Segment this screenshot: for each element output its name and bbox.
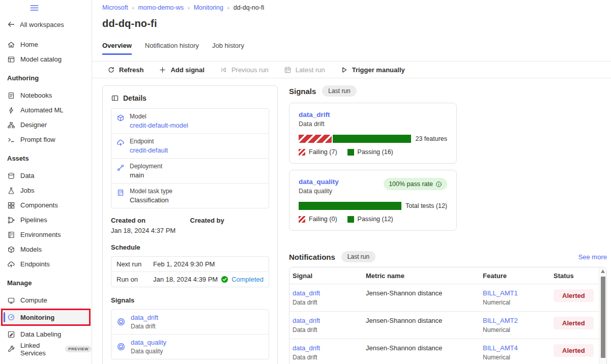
- sidebar-item-environments[interactable]: Environments: [0, 227, 92, 242]
- tab-job-history[interactable]: Job history: [212, 42, 244, 55]
- sidebar-item-prompt-flow[interactable]: Prompt flow: [0, 132, 92, 147]
- failing-swatch: [299, 149, 305, 156]
- scrollbar-thumb[interactable]: [601, 277, 605, 358]
- details-title: Details: [123, 94, 147, 102]
- components-icon: [7, 201, 15, 209]
- content-area: Details Model credit-default-model Endpo…: [92, 78, 611, 364]
- add-signal-label: Add signal: [170, 66, 204, 74]
- see-more-link[interactable]: See more: [578, 253, 607, 261]
- tab-notification-history[interactable]: Notification history: [145, 42, 199, 55]
- sidebar-item-label: Notebooks: [20, 92, 52, 99]
- latest-run-label: Latest run: [296, 66, 325, 74]
- row-metric: Jensen-Shannon distance: [366, 289, 483, 306]
- created-on-value: Jan 18, 2024 4:37 PM: [111, 227, 190, 234]
- table-scrollbar[interactable]: [599, 267, 606, 364]
- row-signal-link[interactable]: data_drift: [293, 289, 362, 297]
- refresh-icon: [107, 66, 115, 74]
- quality-stacked-bar: [299, 202, 401, 210]
- sidebar-item-endpoints[interactable]: Endpoints: [0, 257, 92, 271]
- sidebar-item-label: Home: [20, 41, 38, 48]
- run-status-link[interactable]: Completed: [231, 276, 264, 283]
- signal-icon: [117, 317, 126, 326]
- signal-row-data-quality: data_quality Data quality: [111, 334, 269, 359]
- sidebar-item-label: Data: [20, 172, 34, 179]
- play-icon: [340, 66, 348, 74]
- sidebar-section-authoring: Authoring: [0, 73, 92, 83]
- deployment-value: main: [130, 171, 162, 179]
- sidebar-item-data-labeling[interactable]: Data Labeling: [0, 327, 92, 342]
- previous-run-button[interactable]: Previous run: [220, 66, 269, 74]
- row-signal-sub: Data drift: [293, 354, 362, 361]
- page-title: dd-dq-no-fi: [102, 18, 611, 29]
- signal-link[interactable]: data_drift: [131, 314, 158, 321]
- row-signal-link[interactable]: data_drift: [293, 344, 362, 352]
- sidebar-item-notebooks[interactable]: Notebooks: [0, 88, 92, 103]
- row-metric: Jensen-Shannon distance: [366, 317, 483, 333]
- sidebar-section-manage: Manage: [0, 278, 92, 288]
- latest-run-button[interactable]: Latest run: [284, 66, 325, 74]
- plus-icon: [159, 66, 166, 74]
- signal-card-link[interactable]: data_quality: [299, 178, 339, 186]
- bar-legend: Failing (0) Passing (12): [299, 216, 447, 223]
- signal-card-link[interactable]: data_drift: [299, 111, 447, 118]
- sidebar-item-pipelines[interactable]: Pipelines: [0, 213, 92, 227]
- signal-link[interactable]: data_quality: [131, 339, 166, 346]
- sidebar-item-all-workspaces[interactable]: All workspaces: [7, 20, 92, 28]
- passing-swatch: [347, 149, 354, 156]
- sidebar-item-designer[interactable]: Designer: [0, 117, 92, 132]
- passing-segment: [333, 135, 411, 143]
- breadcrumb-workspace[interactable]: momo-demo-ws: [138, 4, 184, 11]
- notifications-table: Signal Metric name Feature Status data_d…: [289, 267, 607, 364]
- models-icon: [7, 246, 15, 254]
- sidebar-item-linked-services[interactable]: Linked Services PREVIEW: [0, 342, 92, 356]
- details-signals-title: Signals: [111, 296, 269, 304]
- refresh-button[interactable]: Refresh: [107, 66, 143, 74]
- bar-legend: Failing (7) Passing (16): [299, 148, 447, 156]
- sidebar-item-compute[interactable]: Compute: [0, 293, 92, 308]
- annotation-highlight-box: Monitoring: [1, 309, 91, 326]
- row-feature-link[interactable]: BILL_AMT1: [483, 289, 549, 297]
- sidebar-item-components[interactable]: Components: [0, 198, 92, 213]
- trigger-manually-button[interactable]: Trigger manually: [340, 66, 405, 74]
- bar-total-label: Total tests (12): [405, 202, 447, 209]
- row-feature-link[interactable]: BILL_AMT2: [483, 317, 549, 324]
- sidebar-item-data[interactable]: Data: [0, 168, 92, 183]
- schedule-list: Next run Feb 1, 2024 9:30 PM Run on Jan …: [111, 256, 269, 287]
- table-header: Signal Metric name Feature Status: [289, 267, 606, 284]
- sidebar-item-monitoring[interactable]: Monitoring: [3, 310, 89, 324]
- model-link[interactable]: credit-default-model: [130, 122, 188, 129]
- breadcrumb-monitoring[interactable]: Monitoring: [194, 4, 223, 11]
- menu-icon[interactable]: [30, 4, 92, 14]
- tab-overview[interactable]: Overview: [102, 42, 132, 55]
- sidebar-item-label: Components: [20, 201, 58, 209]
- add-signal-button[interactable]: Add signal: [159, 66, 204, 74]
- passing-segment: [299, 202, 401, 210]
- endpoint-link[interactable]: credit-default: [130, 146, 168, 154]
- pass-rate-label: 100% pass rate: [389, 180, 433, 188]
- data-labeling-icon: [7, 330, 15, 339]
- sidebar-item-home[interactable]: Home: [0, 37, 92, 52]
- details-row-endpoint: Endpoint credit-default: [111, 133, 269, 158]
- created-by-label: Created by: [190, 217, 270, 224]
- status-badge: Alerted: [554, 344, 594, 357]
- sidebar-item-automated-ml[interactable]: Automated ML: [0, 103, 92, 117]
- last-run-badge: Last run: [341, 251, 375, 262]
- column-signal: Signal: [293, 272, 366, 280]
- sidebar-item-model-catalog[interactable]: Model catalog: [0, 52, 92, 67]
- scroll-up-arrow[interactable]: [601, 269, 605, 273]
- environments-icon: [7, 231, 15, 239]
- info-icon[interactable]: [435, 181, 442, 188]
- row-signal-link[interactable]: data_drift: [293, 317, 362, 324]
- arrow-left-icon: [7, 20, 15, 28]
- sidebar-item-jobs[interactable]: Jobs: [0, 183, 92, 198]
- endpoint-icon: [117, 139, 125, 147]
- column-feature: Feature: [483, 272, 554, 280]
- pass-rate-badge: 100% pass rate: [384, 178, 447, 190]
- sidebar-item-models[interactable]: Models: [0, 242, 92, 257]
- created-on-label: Created on: [111, 217, 190, 224]
- row-feature-link[interactable]: BILL_AMT4: [483, 344, 549, 352]
- breadcrumb-microsoft[interactable]: Microsoft: [102, 4, 128, 11]
- right-column: Signals Last run data_drift Data drift 2…: [283, 85, 611, 364]
- details-row-deployment: Deployment main: [111, 158, 269, 183]
- automated-ml-icon: [7, 106, 15, 114]
